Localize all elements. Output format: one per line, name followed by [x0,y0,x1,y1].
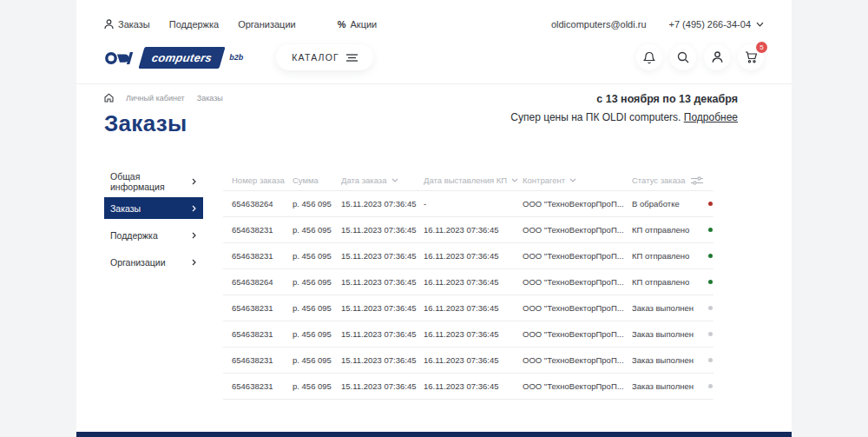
account-email[interactable]: oldicomputers@oldi.ru [551,19,647,30]
notifications-button[interactable] [636,44,662,70]
kp-date-cell: 16.11.2023 07:36:45 [424,277,523,287]
catalog-button-label: КАТАЛОГ [292,52,339,63]
order-sum-cell: р. 456 095 [293,381,341,391]
promo-dates: с 13 ноября по 13 декабря [510,93,738,105]
column-header[interactable]: Дата заказа [341,175,424,185]
column-header[interactable]: Контрагент [523,175,632,185]
order-status-cell: КП отправлено [632,251,708,261]
topnav-organizations[interactable]: Организации [238,19,296,30]
order-row[interactable]: 654638231 р. 456 095 15.11.2023 07:36:45… [223,374,713,400]
page-container: Заказы Поддержка Организации % Акции old… [76,0,792,437]
order-row[interactable]: 654638264 р. 456 095 15.11.2023 07:36:45… [223,191,713,217]
topnav-promos-label: Акции [350,19,377,30]
column-header[interactable]: Номер заказа [232,175,293,185]
topnav-organizations-label: Организации [238,19,296,30]
profile-button[interactable] [704,44,730,70]
orders-table: Номер заказа Сумма Дата заказа Д [223,170,713,400]
search-button[interactable] [670,44,696,70]
status-dot [708,228,713,232]
topnav-support[interactable]: Поддержка [169,19,219,30]
status-dot [708,306,713,310]
order-row[interactable]: 654638231 р. 456 095 15.11.2023 07:36:45… [223,243,713,269]
order-sum-cell: р. 456 095 [293,329,341,339]
chevron-right-icon [192,178,196,185]
order-date-cell: 15.11.2023 07:36:45 [341,303,424,313]
logo-plate: computers [138,47,225,69]
oldi-logo[interactable]: computers b2b [104,47,243,69]
sort-chevron-icon [511,178,518,182]
chevron-down-icon [756,22,764,27]
cart-button[interactable]: 5 [738,44,764,70]
order-row[interactable]: 654638264 р. 456 095 15.11.2023 07:36:45… [223,269,713,295]
logo-text: computers [151,51,214,64]
person-icon [104,19,114,30]
kp-date-cell: - [424,199,523,209]
column-header[interactable]: Дата выставления КП [424,175,523,185]
order-number-cell: 654638231 [232,329,293,339]
order-status-cell: КП отправлено [632,277,708,287]
phone-dropdown[interactable]: +7 (495) 266-34-04 [669,19,764,30]
status-dot-cell [708,306,724,310]
order-date-cell: 15.11.2023 07:36:45 [341,251,424,261]
sidebar-item[interactable]: Организации [104,251,203,273]
order-date-cell: 15.11.2023 07:36:45 [341,199,424,209]
order-status-cell: Заказ выполнен [632,329,708,339]
contractor-cell: ООО "ТехноВекторПроП... [523,251,632,261]
footer-top-strip [76,432,792,437]
order-status-cell: КП отправлено [632,225,708,235]
order-status-cell: В обработке [632,199,708,209]
order-row[interactable]: 654638231 р. 456 095 15.11.2023 07:36:45… [223,321,713,348]
contractor-cell: ООО "ТехноВекторПроП... [523,199,632,209]
topnav-orders[interactable]: Заказы [104,19,150,30]
kp-date-cell: 16.11.2023 07:36:45 [424,355,523,365]
order-status-cell: Заказ выполнен [632,381,708,391]
content-area: Общая информация Заказы Поддержка [76,170,792,400]
column-header-label: Дата заказа [341,175,387,185]
search-icon [677,51,689,63]
column-header[interactable]: Сумма [293,175,341,185]
catalog-button[interactable]: КАТАЛОГ [276,44,373,70]
table-filter-button[interactable] [691,176,703,185]
status-dot-cell [708,202,724,206]
order-number-cell: 654638231 [232,251,293,261]
order-row[interactable]: 654638231 р. 456 095 15.11.2023 07:36:45… [223,295,713,321]
order-number-cell: 654638231 [232,225,293,235]
status-dot-cell [708,228,724,232]
column-header-label: Контрагент [523,175,565,185]
column-header-label: Номер заказа [232,175,285,185]
status-dot [708,202,713,206]
sidebar-item[interactable]: Поддержка [104,224,203,246]
status-dot [708,384,713,388]
menu-icon [346,54,358,62]
phone-number: +7 (495) 266-34-04 [669,19,751,30]
account-sidebar: Общая информация Заказы Поддержка [104,170,203,400]
percent-icon: % [338,19,346,30]
home-icon[interactable] [104,93,114,103]
order-sum-cell: р. 456 095 [293,225,341,235]
breadcrumb-orders: Заказы [197,94,223,103]
status-dot [708,358,713,362]
sidebar-item[interactable]: Общая информация [104,170,203,192]
kp-date-cell: 16.11.2023 07:36:45 [424,381,523,391]
orders-table-header: Номер заказа Сумма Дата заказа Д [223,170,713,191]
contractor-cell: ООО "ТехноВекторПроП... [523,329,632,339]
status-dot-cell [708,332,724,336]
title-bar: Личный кабинет Заказы Заказы с 13 ноября… [76,84,792,137]
order-sum-cell: р. 456 095 [293,303,341,313]
status-dot [708,254,713,258]
contractor-cell: ООО "ТехноВекторПроП... [523,277,632,287]
order-row[interactable]: 654638231 р. 456 095 15.11.2023 07:36:45… [223,348,713,374]
chevron-right-icon [192,205,196,212]
order-date-cell: 15.11.2023 07:36:45 [341,381,424,391]
order-row[interactable]: 654638231 р. 456 095 15.11.2023 07:36:45… [223,217,713,243]
sidebar-item-label: Организации [110,257,166,268]
contractor-cell: ООО "ТехноВекторПроП... [523,381,632,391]
filter-sliders-icon [691,176,703,185]
topnav-support-label: Поддержка [169,19,219,30]
breadcrumb-personal-account[interactable]: Личный кабинет [126,94,185,103]
order-number-cell: 654638231 [232,303,293,313]
sidebar-item[interactable]: Заказы [104,197,203,219]
promo-details-link[interactable]: Подробнее [684,111,738,123]
topnav-promos[interactable]: % Акции [338,19,378,30]
oldi-logo-mark-icon [104,49,139,66]
